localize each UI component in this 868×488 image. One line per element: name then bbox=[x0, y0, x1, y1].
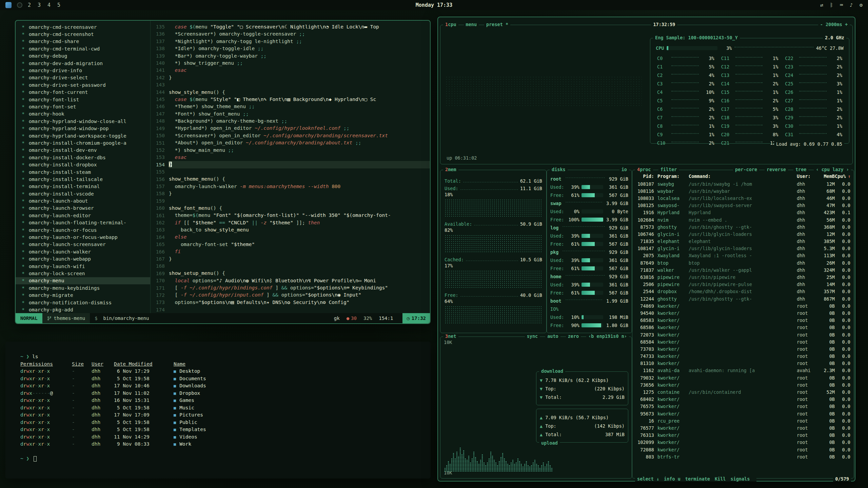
file-item[interactable]: *omarchy-lock-screen bbox=[16, 270, 150, 277]
file-item[interactable]: *omarchy-hook bbox=[16, 110, 150, 118]
process-row[interactable]: 102684nvimnvim --embed .dhh56M0.0 bbox=[636, 216, 850, 223]
settings-icon[interactable]: ⚙ bbox=[860, 2, 863, 8]
file-item[interactable]: *omarchy-migrate bbox=[16, 291, 150, 299]
file-item[interactable]: *omarchy-install-terminal bbox=[16, 183, 150, 190]
tab-mem[interactable]: 2mem bbox=[443, 167, 458, 172]
process-row[interactable]: 2544dropbox/home/dhh/.dropbox-distdhh357… bbox=[636, 288, 850, 295]
workspace-5[interactable]: 5 bbox=[57, 2, 60, 8]
process-row[interactable]: 87573ghostty/usr/bin/ghostty --gtk-dhh36… bbox=[636, 223, 850, 230]
process-row[interactable]: 79032kworker/root0B0.0 bbox=[636, 374, 850, 381]
prompt-line[interactable]: ~ ❯ bbox=[20, 455, 431, 463]
process-row[interactable]: 71837walker/usr/bin/walker --gappldhh324… bbox=[636, 266, 850, 273]
file-item[interactable]: *omarchy-hyprland-workspace-toggle bbox=[16, 132, 150, 139]
process-row[interactable]: 106746glycin-i/usr/lib/glycin-loadersdhh… bbox=[636, 230, 850, 238]
file-item[interactable]: *omarchy-install-docker-dbs bbox=[16, 154, 150, 161]
net-zero-toggle[interactable]: zero bbox=[566, 333, 581, 339]
net-interface[interactable]: ‹b enp191s0 n› bbox=[586, 333, 629, 339]
file-item[interactable]: *omarchy-install-vscode bbox=[16, 190, 150, 197]
workspace-2[interactable]: 2 bbox=[28, 2, 31, 8]
volume-icon[interactable]: ♪ bbox=[850, 2, 853, 8]
process-row[interactable]: 2506pipewire/usr/bin/pipewire-pulsedhh14… bbox=[636, 281, 850, 288]
terminal-window[interactable]: ~ ❯ ls PermissionsSizeUserDate ModifiedN… bbox=[5, 342, 431, 479]
process-row[interactable]: 72088kworker/root0B0.0 bbox=[636, 446, 850, 453]
process-row[interactable]: 81310kworker/root0B0.0 bbox=[636, 360, 850, 367]
file-item[interactable]: *omarchy-launch-browser bbox=[16, 205, 150, 212]
file-item[interactable]: *omarchy-menu-keybindings bbox=[16, 284, 150, 291]
file-item[interactable]: *omarchy-install-steam bbox=[16, 168, 150, 176]
tab-proc[interactable]: 4proc bbox=[635, 167, 653, 172]
file-item[interactable]: *omarchy-hyprland-window-pop bbox=[16, 125, 150, 132]
menu-button[interactable]: menu bbox=[464, 22, 479, 27]
file-item[interactable]: *omarchy-notification-dismiss bbox=[16, 299, 150, 306]
process-row[interactable]: 95673kworker/root0B0.0 bbox=[636, 410, 850, 417]
process-row[interactable]: 102099kworker/root0B0.0 bbox=[636, 439, 850, 446]
file-item[interactable]: *omarchy-drive-set-password bbox=[16, 81, 150, 88]
preset-button[interactable]: preset * bbox=[484, 22, 510, 27]
workspace-1-app-icon[interactable] bbox=[5, 2, 12, 8]
refresh-interval[interactable]: - 2000ms + bbox=[818, 22, 850, 27]
file-item[interactable]: *omarchy-cmd-terminal-cwd bbox=[16, 45, 150, 52]
file-item[interactable]: *omarchy-menu bbox=[16, 277, 150, 284]
file-item[interactable]: *omarchy-launch-or-focus-webapp bbox=[16, 233, 150, 241]
process-row[interactable]: 76577kworker/root0B0.0 bbox=[636, 424, 850, 431]
process-row[interactable]: 803btrfs-trroot0B0.0 bbox=[636, 453, 850, 460]
process-row[interactable]: 2075XwaylandXwayland :1 -rootless -dhh11… bbox=[636, 252, 850, 259]
file-item[interactable]: *omarchy-drive-select bbox=[16, 74, 150, 81]
sort-selector[interactable]: ‹ cpu lazy › bbox=[814, 167, 851, 172]
file-item[interactable]: *omarchy-pkg-add bbox=[16, 306, 150, 313]
file-item[interactable]: *omarchy-install-dev-env bbox=[16, 147, 150, 154]
process-row[interactable]: 108116waybar/usr/bin/waybardhh68M0.0 bbox=[636, 187, 850, 195]
process-row[interactable]: 74869kworker/root0B0.0 bbox=[636, 302, 850, 309]
process-row[interactable]: 73703kworker/root0B0.0 bbox=[636, 345, 850, 352]
file-item[interactable]: *omarchy-install-chromium-google-a bbox=[16, 139, 150, 146]
file-item[interactable]: *omarchy-launch-floating-terminal- bbox=[16, 219, 150, 226]
file-item[interactable]: *omarchy-launch-screensaver bbox=[16, 241, 150, 248]
screen-arrows-icon[interactable]: ⇄ bbox=[820, 2, 823, 8]
file-item[interactable]: *omarchy-cmd-screenshot bbox=[16, 30, 150, 38]
code-area[interactable]: case $(menu "Toggle" "▢ Screensaver\n☾ N… bbox=[169, 21, 430, 313]
per-core-toggle[interactable]: per-core bbox=[733, 167, 759, 172]
process-row[interactable]: 68586kworker/root0B0.0 bbox=[636, 324, 850, 331]
workspace-dot-icon[interactable] bbox=[17, 2, 22, 8]
process-row[interactable]: 1916HyprlandHyprlanddhh423M0.1 bbox=[636, 209, 850, 216]
file-item[interactable]: *omarchy-font-set bbox=[16, 103, 150, 110]
net-sync-toggle[interactable]: sync bbox=[525, 333, 540, 339]
process-row[interactable]: 76313kworker/root0B0.0 bbox=[636, 432, 850, 439]
file-item[interactable]: *omarchy-launch-editor bbox=[16, 212, 150, 219]
process-row[interactable]: 73656kworker/root0B0.0 bbox=[636, 381, 850, 388]
file-item[interactable]: *omarchy-debug bbox=[16, 53, 150, 60]
process-row[interactable]: 12244ghostty/usr/bin/ghostty --gtk-dhh86… bbox=[636, 295, 850, 302]
file-item[interactable]: *omarchy-launch-about bbox=[16, 197, 150, 204]
process-row[interactable]: 68584kworker/root0B0.0 bbox=[636, 338, 850, 345]
file-item[interactable]: *omarchy-font-list bbox=[16, 96, 150, 103]
workspace-3[interactable]: 3 bbox=[38, 2, 41, 8]
process-actions[interactable]: select ↓info uterminateKillsignals bbox=[635, 476, 756, 482]
file-item[interactable]: *omarchy-cmd-screensaver bbox=[16, 23, 150, 30]
file-item[interactable]: *omarchy-hyprland-window-close-all bbox=[16, 118, 150, 125]
process-row[interactable]: 87649btopbtopdhh26M0.0 bbox=[636, 259, 850, 266]
reverse-toggle[interactable]: reverse bbox=[765, 167, 788, 172]
process-row[interactable]: 71835elephantelephantdhh385M0.0 bbox=[636, 238, 850, 245]
process-row[interactable]: 1162avahi-daavahi-daemon: running [aavah… bbox=[636, 367, 850, 374]
io-toggle[interactable]: io bbox=[619, 167, 629, 172]
process-row[interactable]: 76575kworker/root0B0.0 bbox=[636, 403, 850, 410]
keyboard-icon[interactable]: ⌨ bbox=[840, 2, 843, 8]
process-row[interactable]: 108033localsea/usr/lib/localsearch-exdhh… bbox=[636, 195, 850, 202]
file-item[interactable]: *omarchy-launch-wifi bbox=[16, 263, 150, 270]
file-item[interactable]: *omarchy-cmd-share bbox=[16, 38, 150, 45]
process-row[interactable]: 108125swayosd-/usr/lib/swayosd-serverdhh… bbox=[636, 202, 850, 209]
process-row[interactable]: 16rcu_preeroot0B0.0 bbox=[636, 417, 850, 424]
process-row[interactable]: 108147glycin-i/usr/lib/glycin-loadersdhh… bbox=[636, 245, 850, 252]
file-item[interactable]: *omarchy-dev-add-migration bbox=[16, 60, 150, 67]
process-row[interactable]: 72073kworker/root0B0.0 bbox=[636, 331, 850, 338]
process-row[interactable]: 68583kworker/root0B0.0 bbox=[636, 317, 850, 324]
process-row[interactable]: 74733kworker/root0B0.0 bbox=[636, 353, 850, 360]
file-item[interactable]: *omarchy-install-dropbox bbox=[16, 161, 150, 168]
tab-net[interactable]: 3net bbox=[443, 333, 458, 339]
bluetooth-icon[interactable]: ᛒ bbox=[830, 2, 833, 8]
tab-cpu[interactable]: 1cpu bbox=[443, 22, 458, 27]
process-row[interactable]: 108107swaybg/usr/bin/swaybg -i /homdhh12… bbox=[636, 180, 850, 187]
process-row[interactable]: 1275containe/usr/bin/containerdroot52M0.… bbox=[636, 388, 850, 395]
file-item[interactable]: *omarchy-drive-info bbox=[16, 67, 150, 74]
file-item[interactable]: *omarchy-launch-or-focus bbox=[16, 226, 150, 233]
